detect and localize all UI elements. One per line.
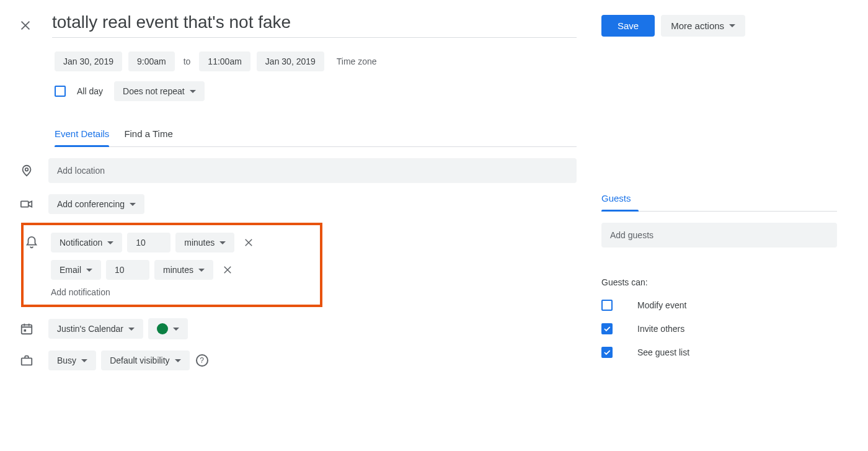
notif2-type-label: Email [60,265,81,275]
start-date-label: Jan 30, 2019 [63,56,113,66]
chevron-down-icon [219,241,226,244]
location-icon [19,164,48,177]
briefcase-icon [19,354,48,367]
notif1-unit-select[interactable]: minutes [175,233,234,252]
add-notification-link[interactable]: Add notification [51,287,110,297]
tab-guests[interactable]: Guests [601,193,631,211]
allday-label[interactable]: All day [77,86,103,96]
chevron-down-icon [175,359,181,362]
color-dot-icon [157,323,168,334]
notif2-value-input[interactable] [115,265,141,275]
calendar-select[interactable]: Justin's Calendar [48,319,143,339]
event-title-input[interactable] [52,12,577,32]
chevron-down-icon [198,269,205,272]
busy-label: Busy [57,355,76,365]
chevron-down-icon [81,359,87,362]
tab-find-time[interactable]: Find a Time [124,128,172,146]
end-date-chip[interactable]: Jan 30, 2019 [257,51,324,71]
invite-others-checkbox[interactable] [601,323,613,334]
guests-can-label: Guests can: [601,277,837,287]
notif1-type-select[interactable]: Notification [51,233,122,252]
notif1-value-wrap [127,233,170,252]
notif1-remove-icon[interactable] [239,233,258,252]
chevron-down-icon [128,328,135,331]
repeat-select[interactable]: Does not repeat [114,81,205,101]
conferencing-label: Add conferencing [57,199,125,209]
modify-event-label: Modify event [637,300,686,310]
svg-rect-3 [24,329,26,332]
close-icon[interactable] [19,19,33,32]
visibility-select[interactable]: Default visibility [101,351,189,370]
chevron-down-icon [729,24,735,27]
notif2-remove-icon[interactable] [218,261,237,279]
svg-rect-2 [22,325,32,334]
notif1-unit-label: minutes [184,238,215,248]
notif2-value-wrap [106,260,149,280]
more-actions-label: More actions [671,20,724,31]
svg-rect-4 [22,358,32,365]
end-time-chip[interactable]: 11:00am [199,51,250,71]
notif2-unit-label: minutes [163,265,193,275]
save-button[interactable]: Save [601,15,655,37]
more-actions-button[interactable]: More actions [661,15,745,37]
notif2-unit-select[interactable]: minutes [154,260,213,280]
start-time-label: 9:00am [137,56,166,66]
video-icon [19,197,48,211]
invite-others-label: Invite others [637,324,684,334]
chevron-down-icon [86,269,92,272]
chevron-down-icon [107,241,113,244]
calendar-name-label: Justin's Calendar [57,324,123,334]
repeat-label: Does not repeat [123,86,185,96]
busy-select[interactable]: Busy [48,351,96,370]
notif1-type-label: Notification [60,238,102,248]
see-guest-list-label: See guest list [637,347,689,357]
modify-event-checkbox[interactable] [601,300,613,311]
start-time-chip[interactable]: 9:00am [128,51,175,71]
title-wrap [52,12,577,38]
conferencing-select[interactable]: Add conferencing [48,194,144,214]
to-label: to [181,56,193,66]
calendar-icon [19,322,48,336]
tabs: Event Details Find a Time [55,128,577,147]
svg-point-0 [25,168,29,171]
end-time-label: 11:00am [208,56,241,66]
chevron-down-icon [173,328,179,331]
see-guest-list-checkbox[interactable] [601,347,613,358]
allday-checkbox[interactable] [55,86,66,97]
visibility-label: Default visibility [110,355,169,365]
tab-event-details[interactable]: Event Details [55,128,109,146]
bell-icon [24,236,51,249]
end-date-label: Jan 30, 2019 [265,56,316,66]
chevron-down-icon [130,203,136,206]
notifications-highlight: Notification minutes Email [21,223,322,307]
notif2-type-select[interactable]: Email [51,260,101,280]
guests-input[interactable] [601,223,837,248]
notif1-value-input[interactable] [136,238,162,248]
svg-rect-1 [21,201,29,207]
help-icon[interactable]: ? [196,354,208,367]
chevron-down-icon [190,90,196,93]
timezone-link[interactable]: Time zone [337,56,377,66]
start-date-chip[interactable]: Jan 30, 2019 [55,51,122,71]
location-input[interactable] [48,158,577,183]
color-select[interactable] [148,318,188,339]
